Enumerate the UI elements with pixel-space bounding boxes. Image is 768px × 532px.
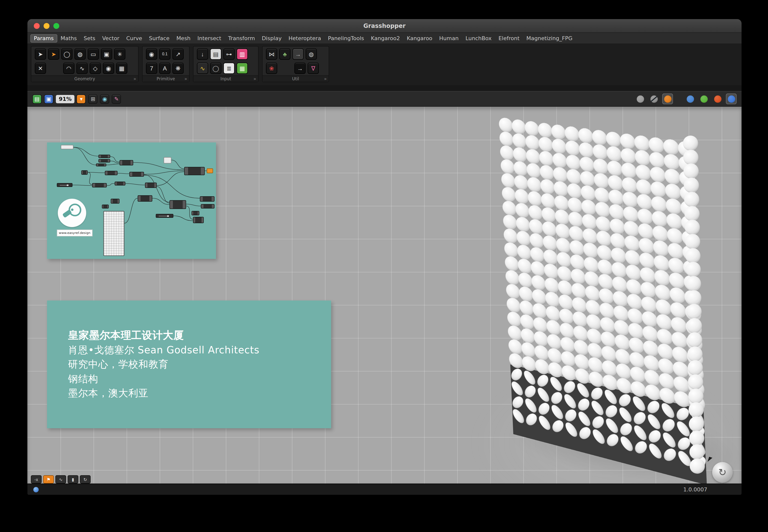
number-slider-icon[interactable]: ⊶ — [223, 48, 235, 60]
tab-kangaroo2[interactable]: Kangaroo2 — [368, 34, 403, 42]
gh-component[interactable] — [81, 170, 88, 175]
plane-param-icon[interactable]: ▭ — [88, 48, 99, 60]
cluster-icon[interactable]: ◍ — [306, 48, 317, 60]
vector-param-icon[interactable]: ↗ — [172, 48, 184, 60]
gh-canvas[interactable]: www.easyref.design 皇家墨尔本理工设计大厦肖恩•戈德塞尔 Se… — [27, 107, 742, 484]
gh-component[interactable] — [57, 183, 72, 187]
widget-loop[interactable]: ↻ — [80, 475, 91, 484]
param-geometry-icon[interactable]: ➤ — [35, 48, 46, 60]
integer-param-icon[interactable]: 7 — [146, 63, 157, 74]
title-bar[interactable]: Grasshopper — [27, 19, 742, 33]
group-expand-icon[interactable]: » — [184, 76, 187, 81]
gh-component[interactable] — [200, 196, 215, 202]
gradient-icon[interactable]: ▦ — [237, 63, 248, 74]
gh-component[interactable] — [105, 171, 117, 175]
tab-elefront[interactable]: Elefront — [495, 34, 523, 42]
panel-icon[interactable]: ▤ — [210, 48, 222, 60]
tab-curve[interactable]: Curve — [123, 34, 145, 42]
sketch-brush-icon[interactable]: ✎ — [112, 94, 121, 104]
group-expand-icon[interactable]: » — [133, 76, 136, 81]
definition-group-panel[interactable]: www.easyref.design — [47, 142, 216, 259]
gh-component[interactable] — [119, 160, 133, 165]
colour-swatch-icon[interactable]: ▥ — [237, 48, 248, 60]
widget-profiler[interactable]: -x — [31, 475, 42, 484]
gh-component[interactable] — [138, 195, 152, 202]
tab-heteroptera[interactable]: Heteroptera — [285, 34, 325, 42]
surface-param-icon[interactable]: ◇ — [90, 63, 101, 74]
complex-param-icon[interactable]: ❋ — [172, 63, 184, 74]
gh-component[interactable] — [111, 199, 119, 204]
mesh-param-icon[interactable]: ▦ — [116, 63, 127, 74]
preview-eye-icon[interactable]: ◉ — [100, 94, 109, 104]
gh-component[interactable] — [207, 168, 213, 173]
tab-lunchbox[interactable]: LunchBox — [462, 34, 495, 42]
document-preview-green-icon[interactable] — [699, 93, 709, 104]
group-expand-icon[interactable]: » — [324, 76, 327, 81]
group-expand-icon[interactable]: » — [254, 76, 256, 81]
data-input-icon[interactable]: → — [292, 48, 304, 60]
widget-fancy-wires[interactable]: ∿ — [55, 475, 66, 484]
zoom-dropdown-icon[interactable]: ▾ — [77, 94, 86, 104]
gh-component[interactable] — [92, 183, 107, 187]
document-preview-red-icon[interactable] — [712, 93, 723, 104]
gh-component[interactable] — [201, 204, 215, 208]
gh-component[interactable] — [102, 205, 109, 208]
widget-marker[interactable]: ⚑ — [43, 475, 54, 484]
boolean-param-icon[interactable]: ◉ — [146, 48, 157, 60]
import-button-icon[interactable]: ↓ — [197, 48, 208, 60]
gh-component[interactable] — [98, 155, 110, 158]
text-param-icon[interactable]: A — [159, 63, 170, 74]
circle-param-icon[interactable]: ◯ — [61, 48, 72, 60]
preview-wireframe-icon[interactable] — [649, 93, 659, 104]
knob-icon[interactable]: ◯ — [210, 63, 222, 74]
curve-param-icon[interactable]: ∿ — [76, 63, 88, 74]
navigation-ball[interactable]: ↻ — [712, 462, 733, 483]
gh-component[interactable] — [184, 167, 205, 175]
point-param-icon[interactable]: ✳ — [114, 48, 125, 60]
gh-component[interactable] — [145, 183, 157, 188]
tab-vector[interactable]: Vector — [99, 34, 123, 42]
gh-component[interactable] — [156, 214, 173, 218]
galapagos-tree-icon[interactable]: ♣ — [279, 48, 291, 60]
tab-display[interactable]: Display — [258, 34, 285, 42]
gh-component[interactable] — [96, 163, 106, 166]
gh-component[interactable] — [169, 200, 186, 209]
circular-arc-param-icon[interactable]: ◍ — [74, 48, 86, 60]
status-info-icon[interactable] — [33, 487, 39, 492]
param-geometry-pipeline-icon[interactable]: ➤ — [48, 48, 59, 60]
tab-mesh[interactable]: Mesh — [173, 34, 194, 42]
arc-param-icon[interactable]: ◠ — [63, 63, 74, 74]
gh-component[interactable] — [103, 211, 124, 256]
gh-component[interactable] — [115, 182, 125, 185]
zoom-level-field[interactable]: 91% — [56, 95, 75, 103]
preview-shaded-icon[interactable] — [662, 93, 673, 104]
document-preview-blue-icon[interactable] — [685, 93, 696, 104]
data-output-icon[interactable]: → — [294, 63, 306, 74]
new-document-icon[interactable]: ▤ — [32, 94, 42, 104]
value-list-icon[interactable]: ≣ — [223, 63, 235, 74]
project-info-panel[interactable]: 皇家墨尔本理工设计大厦肖恩•戈德塞尔 Sean Godsell Architec… — [47, 301, 331, 428]
number-param-icon[interactable]: 0.1 — [159, 48, 170, 60]
graph-mapper-icon[interactable]: ∿ — [197, 63, 208, 74]
relay-icon[interactable]: ⋈ — [266, 48, 277, 60]
zoom-extents-icon[interactable]: ⊞ — [88, 94, 98, 104]
preview-off-icon[interactable] — [635, 93, 646, 104]
gh-component[interactable] — [193, 217, 204, 223]
null-param-icon[interactable]: ✕ — [35, 63, 46, 74]
gh-component[interactable] — [98, 159, 110, 162]
tab-magnetizing_fpg[interactable]: Magnetizing_FPG — [523, 34, 576, 42]
tab-intersect[interactable]: Intersect — [194, 34, 225, 42]
gh-component[interactable] — [163, 157, 171, 163]
tab-surface[interactable]: Surface — [145, 34, 173, 42]
gh-component[interactable] — [61, 145, 73, 149]
tab-transform[interactable]: Transform — [225, 34, 258, 42]
tab-kangaroo[interactable]: Kangaroo — [403, 34, 436, 42]
box-param-icon[interactable]: ▣ — [101, 48, 112, 60]
save-document-icon[interactable]: ▣ — [44, 94, 53, 104]
tab-params[interactable]: Params — [30, 34, 57, 42]
tab-sets[interactable]: Sets — [80, 34, 99, 42]
tab-panelingtools[interactable]: PanelingTools — [325, 34, 368, 42]
tab-human[interactable]: Human — [436, 34, 462, 42]
widget-canvas-toolbar[interactable]: ▮ — [68, 475, 78, 484]
tab-maths[interactable]: Maths — [57, 34, 80, 42]
